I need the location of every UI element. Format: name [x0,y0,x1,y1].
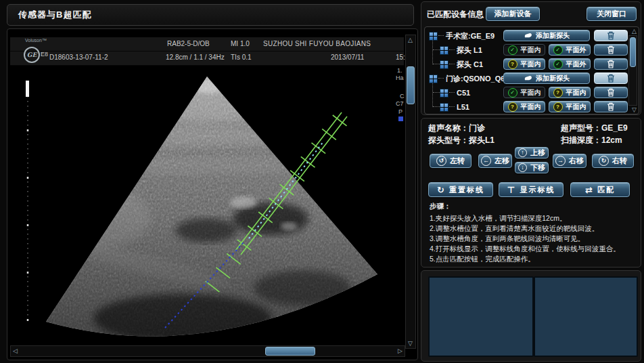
probe-label[interactable]: L51 [457,103,469,111]
trash-icon [607,31,615,40]
us-date: 2013/07/11 [331,54,364,62]
in-plane-button[interactable]: ? 平面内 [549,101,591,112]
trash-icon [607,102,615,111]
device-label[interactable]: 门诊:QSONO_Q6 [446,74,505,83]
tree-scrollbar[interactable] [628,35,637,106]
rotate-right-icon: ↻ [599,156,609,166]
preview-thumbnail-left [428,276,534,357]
matched-devices-label: 已匹配设备信息 : [427,9,488,20]
edge-fragment: C [400,93,405,100]
step-line: 4.打开标线显示，调整标线角度和位置，使标线与回波重合。 [430,244,620,254]
horizontal-scroll-thumb[interactable] [265,347,315,356]
ultrasound-model: 超声型号：GE_E9 [561,123,628,134]
move-left-button[interactable]: ← 左移 [478,154,512,168]
us-brand: Voluson™ [25,37,47,45]
move-down-button[interactable]: ↓ 下移 [515,162,549,173]
scroll-right-icon[interactable]: ▷ [398,347,402,354]
close-window-button[interactable]: 关闭窗口 [586,7,637,21]
in-plane-button[interactable]: ? 平面内 [549,87,591,98]
add-probe-button[interactable]: 添加新探头 [503,30,590,41]
edge-fragment: P [398,108,402,115]
delete-probe-button[interactable] [594,58,628,70]
tree-connector [438,78,444,79]
delete-probe-button[interactable] [594,44,628,56]
tree-scroll-down-icon[interactable]: ▽ [632,106,637,113]
in-plane-button[interactable]: ? 平面内 [503,58,545,70]
match-icon: ⇄ [585,186,594,194]
probe-label[interactable]: C51 [457,89,470,97]
blue-marker [398,116,403,121]
horizontal-scrollbar[interactable]: ◁ ▷ [10,345,405,357]
vertical-scroll-thumb[interactable] [407,66,415,104]
move-right-button[interactable]: → 右移 [553,154,586,168]
arrow-left-icon: ← [481,156,491,166]
tree-connector [449,92,455,93]
probe-label[interactable]: 探头 C1 [457,60,483,68]
rotate-right-button[interactable]: ↻ 右转 [592,154,634,168]
probe-icon [524,33,532,39]
show-line-button[interactable]: ⊤ 显示标线 [499,182,564,197]
marker-line-icon: ⊤ [507,186,517,194]
focus-marker [26,81,29,97]
probe-label[interactable]: 探头 L1 [457,46,482,54]
page-title-bar: 传感器与B超匹配 [7,4,414,26]
move-up-button[interactable]: ↑ 上移 [515,147,549,158]
delete-device-button[interactable] [594,30,628,41]
question-icon: ? [553,102,563,112]
tree-connector [433,64,440,64]
scan-depth: 扫描深度：12cm [561,135,622,146]
add-probe-button[interactable]: 添加新探头 [503,72,590,84]
tree-connector [433,49,440,50]
tree-connector [432,39,433,64]
probe-node-icon[interactable] [440,46,448,55]
delete-probe-button[interactable] [594,101,628,112]
in-plane-button[interactable]: ✓ 平面内 [503,87,545,98]
device-node-icon[interactable] [429,32,438,41]
scroll-up-icon[interactable]: △ [408,37,413,43]
check-icon: ✓ [508,88,518,98]
out-plane-button[interactable]: ✓ 平面外 [549,58,591,70]
edge-fragment: 1. [397,67,402,74]
device-label[interactable]: 手术室:GE_E9 [446,32,495,40]
step-line: 1.夹好探头放入水槽，调节扫描深度12cm。 [430,213,566,223]
tree-connector [432,82,433,107]
question-icon: ? [508,102,518,112]
probe-node-icon[interactable] [440,89,448,98]
rotate-left-icon: ↺ [436,156,446,166]
question-icon: ? [553,88,563,98]
reset-line-button[interactable]: ↻ 重置标线 [428,182,493,197]
out-plane-button[interactable]: ✓ 平面外 [549,44,591,56]
step-line: 2.调整水槽位置，直到看清楚离水面较近的靶线回波。 [430,223,599,234]
check-icon: ✓ [553,45,563,55]
edge-fragment: C7 [396,100,404,107]
delete-probe-button[interactable] [594,87,628,98]
us-model: E8 [41,50,48,58]
probe-node-icon[interactable] [440,60,448,69]
vertical-scrollbar[interactable]: △ ▽ [405,35,416,349]
in-plane-button[interactable]: ✓ 平面内 [503,44,545,56]
delete-device-button[interactable] [594,72,628,84]
tree-connector [449,64,455,64]
preview-panel [421,270,641,362]
tree-scroll-thumb[interactable] [630,37,636,67]
match-button[interactable]: ⇄ 匹配 [570,182,630,197]
tree-connector [433,106,440,107]
tree-scroll-up-icon[interactable]: △ [632,28,637,35]
trash-icon [607,88,615,97]
device-tree: 手术室:GE_E9 添加新探头 探头 L1 ✓ 平面内 ✓ 平面外 [424,26,639,114]
us-fan [45,76,377,343]
matched-devices-panel: 已匹配设备信息 : 添加新设备 关闭窗口 手术室:GE_E9 添加新探头 [421,1,641,115]
trash-icon [607,45,615,54]
check-icon: ✓ [553,60,563,69]
scroll-down-icon[interactable]: ▽ [408,340,413,347]
check-icon: ✓ [508,45,518,55]
probe-node-icon[interactable] [440,103,448,112]
us-hospital: SUZHOU SHI FUYOU BAOJIANS [263,40,371,48]
us-tis-value: TIs 0.1 [231,54,252,62]
scroll-left-icon[interactable]: ◁ [13,347,18,354]
depth-ruler [26,81,29,322]
add-device-button[interactable]: 添加新设备 [486,7,540,21]
in-plane-button[interactable]: ? 平面内 [503,101,545,112]
device-node-icon[interactable] [429,74,438,83]
rotate-left-button[interactable]: ↺ 左转 [430,154,472,168]
